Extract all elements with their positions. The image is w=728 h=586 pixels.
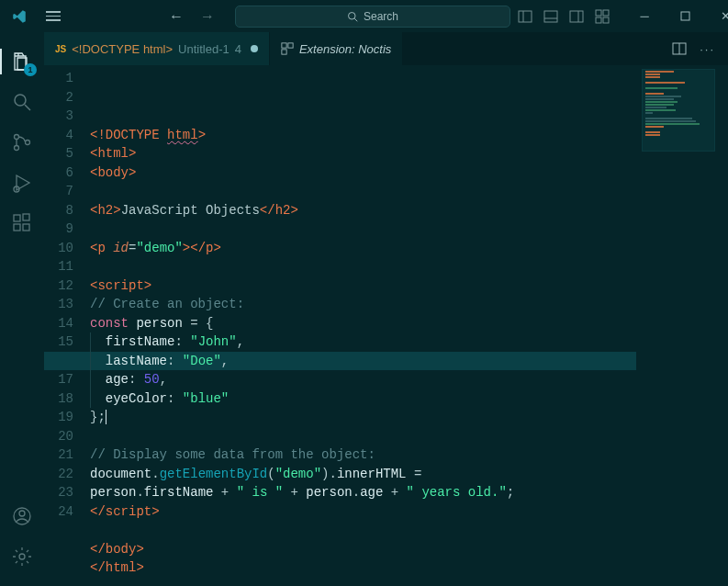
svg-point-0 — [348, 12, 355, 19]
svg-point-25 — [19, 554, 25, 559]
code-line[interactable]: const person = { — [90, 314, 728, 333]
search-label: Search — [364, 10, 398, 23]
svg-rect-2 — [519, 11, 532, 22]
svg-line-14 — [25, 105, 30, 110]
svg-rect-9 — [603, 10, 609, 16]
activity-account[interactable] — [0, 496, 44, 536]
svg-rect-28 — [282, 50, 286, 54]
code-line[interactable] — [90, 182, 728, 201]
code-line[interactable]: // Create an object: — [90, 295, 728, 314]
code-line[interactable]: <!DOCTYPE html> — [90, 126, 728, 145]
tab-untitled-1[interactable]: JS <!DOCTYPE html> Untitled-1 4 — [44, 32, 270, 65]
activity-debug[interactable] — [0, 163, 44, 203]
code-line[interactable]: // Display some data from the object: — [90, 445, 728, 465]
code-line[interactable]: lastName: "Doe", — [90, 352, 728, 371]
svg-point-15 — [15, 135, 19, 140]
tab-actions: ··· — [672, 32, 728, 65]
svg-rect-6 — [570, 11, 583, 22]
code-area[interactable]: <!DOCTYPE html><html><body><h2>JavaScrip… — [90, 65, 728, 586]
explorer-badge: 1 — [24, 63, 37, 76]
svg-rect-27 — [288, 43, 293, 48]
code-line[interactable]: </html> — [90, 558, 728, 578]
nav-back-icon[interactable]: ← — [169, 8, 184, 25]
menu-button[interactable] — [46, 8, 61, 25]
activity-extensions[interactable] — [0, 203, 44, 243]
activity-search[interactable] — [0, 82, 44, 122]
editor-tabs: JS <!DOCTYPE html> Untitled-1 4 Extensio… — [44, 32, 728, 65]
code-line[interactable]: age: 50, — [90, 370, 728, 389]
svg-rect-11 — [603, 17, 609, 23]
extension-icon — [281, 42, 294, 55]
more-actions-icon[interactable]: ··· — [700, 42, 715, 56]
svg-rect-10 — [596, 17, 601, 23]
split-editor-icon[interactable] — [672, 41, 687, 56]
nav-forward-icon[interactable]: → — [200, 8, 215, 25]
line-number-gutter: 123456789101112131415161718192021222324 — [44, 65, 90, 586]
code-line[interactable]: <h2>JavaScript Objects</h2> — [90, 201, 728, 220]
svg-point-13 — [15, 95, 26, 106]
title-bar: ← → Search ─ ✕ — [0, 0, 728, 32]
code-line[interactable]: document.getElementById("demo").innerHTM… — [90, 465, 728, 484]
minimize-button[interactable]: ─ — [626, 4, 663, 29]
code-line[interactable]: eyeColor: "blue" — [90, 389, 728, 409]
svg-rect-21 — [23, 224, 29, 231]
code-line[interactable]: <body> — [90, 163, 728, 183]
activity-settings[interactable] — [0, 536, 44, 577]
tab-title-prefix: <!DOCTYPE html> — [72, 42, 173, 56]
close-button[interactable]: ✕ — [707, 4, 728, 29]
tab-modified-dot-icon — [251, 45, 258, 52]
svg-rect-26 — [282, 43, 286, 48]
layout-panel-right-icon[interactable] — [569, 9, 584, 24]
layout-panel-bottom-icon[interactable] — [543, 9, 558, 24]
code-line[interactable]: }; — [90, 408, 728, 427]
vscode-logo-icon — [11, 8, 28, 25]
layout-panel-left-icon[interactable] — [518, 9, 532, 24]
code-line[interactable]: </body> — [90, 540, 728, 559]
code-line[interactable]: firstName: "John", — [90, 332, 728, 352]
maximize-button[interactable] — [666, 4, 703, 29]
svg-rect-20 — [14, 224, 20, 231]
svg-rect-12 — [681, 12, 689, 20]
code-line[interactable]: <script> — [90, 276, 728, 296]
code-line[interactable] — [90, 521, 728, 540]
svg-rect-8 — [596, 10, 601, 16]
code-line[interactable] — [90, 220, 728, 239]
code-line[interactable]: <p id="demo"></p> — [90, 239, 728, 258]
svg-rect-19 — [14, 215, 20, 221]
svg-rect-4 — [544, 11, 557, 22]
activity-scm[interactable] — [0, 122, 44, 163]
svg-point-16 — [15, 146, 19, 151]
nav-arrows: ← → — [169, 8, 215, 25]
code-editor[interactable]: 123456789101112131415161718192021222324 … — [44, 65, 728, 586]
svg-rect-22 — [23, 214, 29, 220]
customize-layout-icon[interactable] — [595, 9, 610, 24]
activity-explorer[interactable]: 1 — [0, 41, 44, 82]
tab-extension-noctis[interactable]: Extension: Noctis — [270, 32, 403, 65]
svg-point-17 — [26, 141, 30, 145]
code-line[interactable] — [90, 427, 728, 446]
code-line[interactable] — [90, 257, 728, 276]
code-line[interactable]: </script> — [90, 502, 728, 522]
svg-line-1 — [354, 18, 357, 21]
activity-bar: 1 — [0, 32, 44, 586]
tab-number: 4 — [235, 42, 241, 56]
search-input[interactable]: Search — [235, 6, 510, 28]
tab-extension-label: Extension: Noctis — [299, 42, 391, 56]
code-line[interactable]: <html> — [90, 144, 728, 163]
js-file-icon: JS — [55, 44, 66, 54]
tab-subtitle: Untitled-1 — [178, 42, 230, 56]
svg-point-24 — [19, 511, 25, 516]
search-icon — [347, 11, 358, 22]
window-controls: ─ ✕ — [518, 4, 728, 29]
code-line[interactable]: person.firstName + " is " + person.age +… — [90, 483, 728, 502]
